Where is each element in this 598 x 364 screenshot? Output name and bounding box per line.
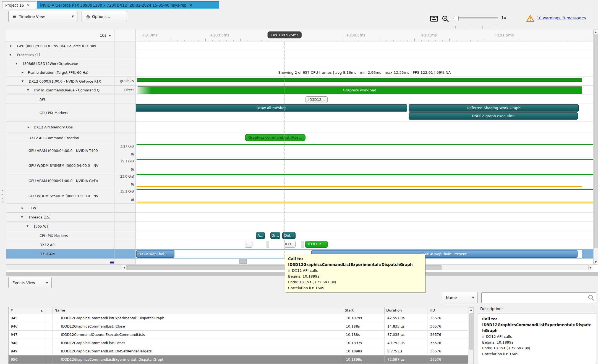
- event-row-945[interactable]: 945 ID3D12GraphicsCommandListExperimenta…: [9, 314, 468, 322]
- dx12-call-box-2[interactable]: ID3…: [284, 241, 296, 248]
- graphics-workload-bar[interactable]: Graphics workload: [137, 86, 582, 94]
- partial-event-box[interactable]: [243, 259, 247, 264]
- event-row-946[interactable]: 946 ID3D12GraphicsCommandList::Close 10.…: [9, 322, 468, 331]
- scroll-up-icon[interactable]: ▲: [469, 307, 473, 312]
- event-row-949[interactable]: 949 ID3D12GraphicsCommandList::OMSetRend…: [9, 347, 468, 355]
- expand-expanded-icon[interactable]: ▼: [21, 216, 23, 218]
- time-marker-badge[interactable]: 10s 189.925ms: [268, 31, 302, 38]
- timeline-track-gpu-pix[interactable]: Draw all meshes Deferred Shading Work Gr…: [135, 104, 593, 122]
- timeline-track-command-creation[interactable]: Graphics command list [Res…: [135, 133, 593, 143]
- column-header-start[interactable]: Start: [343, 307, 385, 314]
- dx12-call-sliver[interactable]: [267, 241, 269, 248]
- timeline-track-sysmem-04[interactable]: [135, 158, 593, 173]
- timeline-track-cpu-pix[interactable]: A… Dr… Def…: [135, 231, 593, 240]
- tab-project[interactable]: Project 16 ×: [2, 1, 36, 9]
- tree-row-gpu-pix-markers[interactable]: GPU PIX Markers: [6, 104, 114, 122]
- search-icon[interactable]: [588, 294, 594, 302]
- api-call-box[interactable]: ID3D12…: [305, 96, 328, 103]
- dx12-call-box-1[interactable]: I…: [245, 241, 252, 248]
- tree-row-wddm-sysmem-04[interactable]: GPU WDDM SYSMEM (0000:04:00.0 - NV: [6, 158, 114, 173]
- partial-event-box[interactable]: [239, 259, 243, 264]
- expand-expanded-icon[interactable]: ▼: [9, 53, 11, 56]
- options-button[interactable]: ◎ Options...: [82, 11, 127, 22]
- view-selector-dropdown[interactable]: ≡ Timeline View ▼: [8, 11, 77, 22]
- tree-row-process-30868[interactable]: ▼ [30868] D3D12WorkGraphs.exe: [6, 59, 114, 68]
- tree-row-memory-ops[interactable]: ▶ DX12 API Memory Ops: [6, 122, 114, 133]
- dx12-call-sliver[interactable]: [301, 241, 304, 248]
- expand-expanded-icon[interactable]: ▼: [15, 62, 17, 65]
- timeline-track-gpu[interactable]: [135, 41, 593, 50]
- expand-collapsed-icon[interactable]: ▶: [22, 71, 23, 74]
- timeline-track-processes[interactable]: [135, 50, 593, 59]
- expand-expanded-icon[interactable]: ▼: [22, 80, 23, 83]
- origin-dropdown-icon[interactable]: ▼: [109, 34, 111, 37]
- command-list-bar[interactable]: Graphics command list [Res…: [245, 134, 305, 141]
- expand-collapsed-icon[interactable]: ▶: [10, 44, 12, 47]
- tree-row-processes[interactable]: ▼ Processes (1): [6, 50, 114, 59]
- timeline-track-frame-duration[interactable]: Showing 2 of 657 CPU frames | avg 8.16ms…: [135, 68, 593, 77]
- cpu-marker-dr-box[interactable]: Dr…: [270, 232, 280, 239]
- column-header-name[interactable]: Name: [53, 307, 343, 314]
- tree-header[interactable]: 10s ▼: [6, 30, 114, 41]
- tree-row-frame-duration[interactable]: ▶ Frame duration (Target FPS: 60 Hz): [6, 68, 114, 77]
- dx12-dispatch-graph-box[interactable]: ID3D12…: [305, 241, 328, 248]
- graphics-queue-bar[interactable]: [137, 78, 582, 82]
- zoom-slider-handle[interactable]: [454, 16, 459, 21]
- column-header-num[interactable]: # ▲: [9, 307, 45, 314]
- timeline-track-sysmem-3090[interactable]: [135, 188, 593, 204]
- scroll-down-icon[interactable]: ▼: [594, 260, 598, 265]
- graph-execution-bar[interactable]: D3D12 graph execution: [409, 112, 578, 120]
- expand-expanded-icon[interactable]: ▼: [27, 89, 29, 91]
- timeline-track-dx12-device[interactable]: [135, 77, 593, 86]
- tree-row-hw-command-queue[interactable]: ▼ HW m_commandQueue - Command Q: [6, 86, 114, 94]
- events-vscrollbar-thumb[interactable]: [469, 313, 473, 350]
- timeline-track-api[interactable]: ID3D12…: [135, 94, 593, 104]
- event-row-948[interactable]: 948 ID3D12GraphicsCommandList::Reset 10.…: [9, 339, 468, 347]
- expand-collapsed-icon[interactable]: ▶: [22, 207, 23, 209]
- scroll-left-icon[interactable]: ◀: [122, 265, 127, 270]
- tree-row-threads[interactable]: ▼ Threads (15): [6, 213, 114, 222]
- timeline-track-dx12-api[interactable]: I… ID3… ID3D12…: [135, 240, 593, 249]
- tree-row-gpu-vram-3090[interactable]: GPU VRAM (0000:91:00.0 - NVIDIA GeFo: [6, 173, 114, 188]
- column-header-duration[interactable]: Duration: [385, 307, 427, 314]
- tree-row-wddm-sysmem-3090[interactable]: GPU WDDM SYSMEM (0000:91:00.0 - NV: [6, 188, 114, 204]
- zoom-slider-track[interactable]: [453, 17, 498, 19]
- event-row-950-selected[interactable]: 950 ID3D12GraphicsCommandListExperimenta…: [9, 355, 468, 364]
- timeline-vscrollbar[interactable]: ▲ ▼: [593, 30, 598, 265]
- tree-row-gpu-vram-t400[interactable]: GPU VRAM (0000:04:00.0 - NVIDIA T400: [6, 143, 114, 158]
- tree-row-etw[interactable]: ▶ ETW: [6, 204, 114, 213]
- draw-all-meshes-bar[interactable]: Draw all meshes: [136, 104, 407, 112]
- timeline-track-etw[interactable]: [135, 204, 593, 213]
- timeline-track-vram-t400[interactable]: [135, 143, 593, 158]
- tree-row-api[interactable]: API: [6, 94, 114, 104]
- timeline-track-threads[interactable]: [135, 213, 593, 222]
- time-marker-line[interactable]: [284, 41, 284, 259]
- tree-row-dxgi-api[interactable]: DXGI API: [6, 249, 114, 259]
- timeline-track-vram-3090[interactable]: [135, 173, 593, 188]
- events-table-vscrollbar[interactable]: ▲: [469, 307, 474, 364]
- expand-collapsed-icon[interactable]: ▶: [28, 126, 30, 128]
- dxgi-swapchain-bar[interactable]: IDXGISwapChai…: [136, 250, 174, 258]
- timeline-track-process[interactable]: [135, 59, 593, 68]
- tree-row-command-creation[interactable]: DX12 API Command Creation: [6, 133, 114, 143]
- timeline-track-hw-queue[interactable]: Graphics workload: [135, 86, 593, 94]
- timeline-track-thread[interactable]: [135, 222, 593, 231]
- tree-row-dx12-api[interactable]: DX12 API: [6, 240, 114, 249]
- tree-row-gpu[interactable]: ▶ GPU (0000:91:00.0 - NVIDIA GeForce RTX…: [6, 41, 114, 50]
- cpu-marker-a-box[interactable]: A…: [256, 232, 265, 239]
- tab-project-close-icon[interactable]: ×: [27, 3, 30, 7]
- tab-report-close-icon[interactable]: ×: [189, 3, 193, 7]
- tree-row-dx12-device[interactable]: ▼ DX12 0000:91:00.0 - NVIDIA GeForce RTX: [6, 77, 114, 86]
- events-view-dropdown[interactable]: Events View ▼: [8, 277, 52, 288]
- timeline-track-memory-ops[interactable]: [135, 122, 593, 133]
- column-header-spacer[interactable]: [45, 307, 53, 314]
- keyboard-shortcuts-icon[interactable]: [430, 16, 438, 22]
- warnings-link[interactable]: 10 warnings, 9 messages: [537, 16, 586, 20]
- column-header-tid[interactable]: TID: [427, 307, 468, 314]
- tree-row-partial[interactable]: [6, 259, 114, 265]
- expand-expanded-icon[interactable]: ▼: [27, 225, 28, 228]
- tree-row-thread-36576[interactable]: ▼ [36576]: [6, 222, 114, 231]
- event-row-947[interactable]: 947 ID3D12CommandQueue::ExecuteCommandLi…: [9, 331, 468, 339]
- tree-row-cpu-pix-markers[interactable]: CPU PIX Markers: [6, 231, 114, 240]
- timeline-ruler[interactable]: +189ms +189.5ms +190.5ms +191ms +191.5ms…: [135, 30, 593, 41]
